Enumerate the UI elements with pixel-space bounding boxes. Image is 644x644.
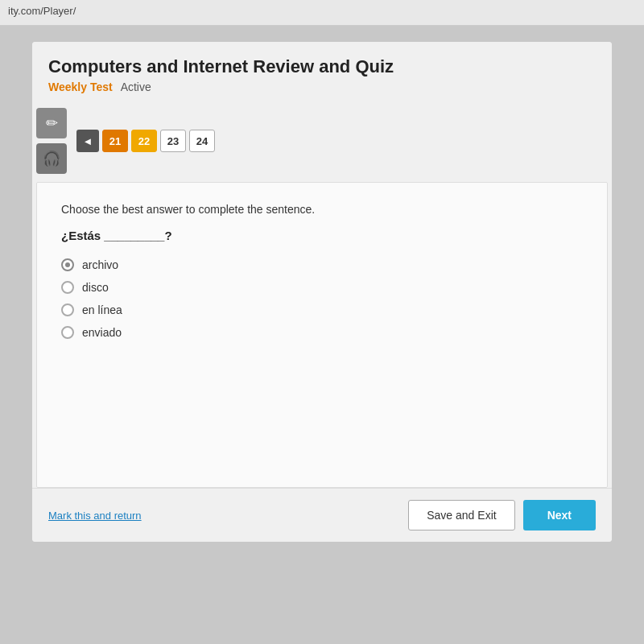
page-22-button[interactable]: 22 (131, 130, 157, 152)
radio-archivo[interactable] (61, 258, 74, 271)
quiz-subtitle: Weekly Test Active (48, 80, 596, 93)
headphone-icon: 🎧 (43, 150, 60, 167)
left-tools: ✏ 🎧 (36, 108, 67, 174)
headphone-tool-button[interactable]: 🎧 (36, 143, 67, 174)
option-archivo-text: archivo (82, 258, 118, 271)
options-list: archivo disco en línea enviado (61, 258, 583, 339)
radio-disco[interactable] (61, 281, 74, 294)
url-text: ity.com/Player/ (8, 5, 76, 17)
quiz-title: Computers and Internet Review and Quiz (48, 56, 596, 77)
page-numbers: ◄ 21 22 23 24 (76, 130, 215, 152)
option-disco[interactable]: disco (61, 281, 583, 294)
pencil-icon: ✏ (46, 114, 58, 132)
instruction-text: Choose the best answer to complete the s… (61, 203, 583, 216)
next-button[interactable]: Next (523, 500, 596, 530)
footer-bar: Mark this and return Save and Exit Next (32, 488, 612, 542)
mark-return-link[interactable]: Mark this and return (48, 510, 142, 522)
page-21-button[interactable]: 21 (102, 130, 128, 152)
weekly-test-label: Weekly Test (48, 80, 113, 93)
option-enlinea-text: en línea (82, 303, 122, 316)
status-label: Active (121, 80, 151, 93)
radio-enlinea[interactable] (61, 303, 74, 316)
page-wrapper: Computers and Internet Review and Quiz W… (0, 26, 644, 644)
option-enlinea[interactable]: en línea (61, 303, 583, 316)
option-enviado-text: enviado (82, 326, 122, 339)
nav-back-button[interactable]: ◄ (76, 130, 99, 152)
option-enviado[interactable]: enviado (61, 326, 583, 339)
content-area: Choose the best answer to complete the s… (36, 182, 608, 488)
arrow-left-icon: ◄ (83, 135, 93, 147)
option-disco-text: disco (82, 281, 109, 294)
radio-enviado[interactable] (61, 326, 74, 339)
header-area: Computers and Internet Review and Quiz W… (32, 42, 612, 101)
main-container: Computers and Internet Review and Quiz W… (32, 42, 612, 542)
browser-bar: ity.com/Player/ (0, 0, 644, 26)
save-exit-button[interactable]: Save and Exit (408, 500, 514, 530)
sentence-text: ¿Estás _________? (61, 229, 583, 242)
footer-buttons: Save and Exit Next (408, 500, 596, 530)
page-23-button[interactable]: 23 (160, 130, 186, 152)
pencil-tool-button[interactable]: ✏ (36, 108, 67, 138)
page-24-button[interactable]: 24 (189, 130, 215, 152)
nav-row: ✏ 🎧 ◄ 21 22 23 24 (32, 101, 612, 182)
option-archivo[interactable]: archivo (61, 258, 583, 271)
